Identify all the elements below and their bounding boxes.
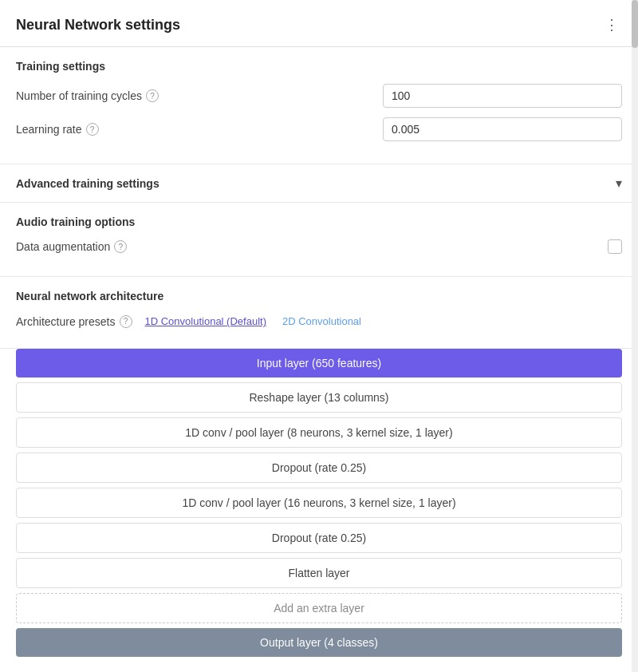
input-layer-label: Input layer (650 features) [257,357,381,370]
training-cycles-label-text: Number of training cycles [16,89,142,102]
data-augmentation-checkbox-wrapper [319,239,622,254]
training-cycles-help-icon[interactable]: ? [146,89,159,102]
output-layer-label: Output layer (4 classes) [260,636,378,649]
presets-row: Architecture presets ? 1D Convolutional … [16,314,622,329]
learning-rate-label: Learning rate ? [16,123,383,136]
audio-options-section: Audio training options Data augmentation… [0,203,638,277]
dropout-layer-1[interactable]: Dropout (rate 0.25) [16,453,622,483]
scrollbar[interactable] [632,0,638,672]
preset-1d-convolutional-button[interactable]: 1D Convolutional (Default) [142,314,270,329]
dropout-layer-2-label: Dropout (rate 0.25) [272,532,366,544]
data-augmentation-checkbox[interactable] [608,239,622,254]
layers-container: Input layer (650 features) Reshape layer… [0,349,638,665]
conv1d-layer-2[interactable]: 1D conv / pool layer (16 neurons, 3 kern… [16,488,622,518]
scrollbar-thumb[interactable] [632,0,638,48]
training-cycles-row: Number of training cycles ? [16,84,622,108]
presets-label-text: Architecture presets [16,315,116,328]
add-extra-layer[interactable]: Add an extra layer [16,593,622,623]
audio-options-title: Audio training options [16,215,622,228]
presets-label: Architecture presets ? [16,315,132,328]
reshape-layer-label: Reshape layer (13 columns) [249,391,388,404]
training-cycles-label: Number of training cycles ? [16,89,383,102]
input-layer[interactable]: Input layer (650 features) [16,349,622,378]
architecture-section: Neural network architecture Architecture… [0,277,638,349]
data-augmentation-label: Data augmentation ? [16,240,319,253]
start-btn-container: Start training [0,668,638,672]
dropout-layer-2[interactable]: Dropout (rate 0.25) [16,523,622,553]
preset-2d-convolutional-button[interactable]: 2D Convolutional [279,314,364,329]
data-augmentation-label-text: Data augmentation [16,240,110,253]
training-cycles-input[interactable] [383,84,622,108]
data-augmentation-row: Data augmentation ? [16,239,622,254]
learning-rate-row: Learning rate ? [16,117,622,141]
data-augmentation-help-icon[interactable]: ? [114,240,127,253]
conv1d-layer-2-label: 1D conv / pool layer (16 neurons, 3 kern… [182,496,455,509]
architecture-title: Neural network architecture [16,290,622,302]
training-settings-title: Training settings [16,60,622,73]
reshape-layer[interactable]: Reshape layer (13 columns) [16,382,622,413]
training-settings-section: Training settings Number of training cyc… [0,47,638,164]
learning-rate-help-icon[interactable]: ? [86,123,99,136]
learning-rate-label-text: Learning rate [16,123,82,136]
presets-help-icon[interactable]: ? [120,315,132,328]
output-layer[interactable]: Output layer (4 classes) [16,628,622,657]
advanced-training-section[interactable]: Advanced training settings ▾ [0,164,638,203]
page-title: Neural Network settings [16,17,180,34]
kebab-menu-icon[interactable]: ⋮ [601,13,622,37]
flatten-layer-label: Flatten layer [288,567,349,579]
conv1d-layer-1[interactable]: 1D conv / pool layer (8 neurons, 3 kerne… [16,417,622,448]
learning-rate-input[interactable] [383,117,622,141]
advanced-training-title: Advanced training settings [16,177,160,190]
header: Neural Network settings ⋮ [0,0,638,47]
main-container: Neural Network settings ⋮ Training setti… [0,0,638,672]
flatten-layer[interactable]: Flatten layer [16,558,622,588]
chevron-down-icon: ▾ [616,176,622,191]
add-extra-layer-label: Add an extra layer [274,602,364,615]
conv1d-layer-1-label: 1D conv / pool layer (8 neurons, 3 kerne… [185,426,452,439]
dropout-layer-1-label: Dropout (rate 0.25) [272,461,366,474]
